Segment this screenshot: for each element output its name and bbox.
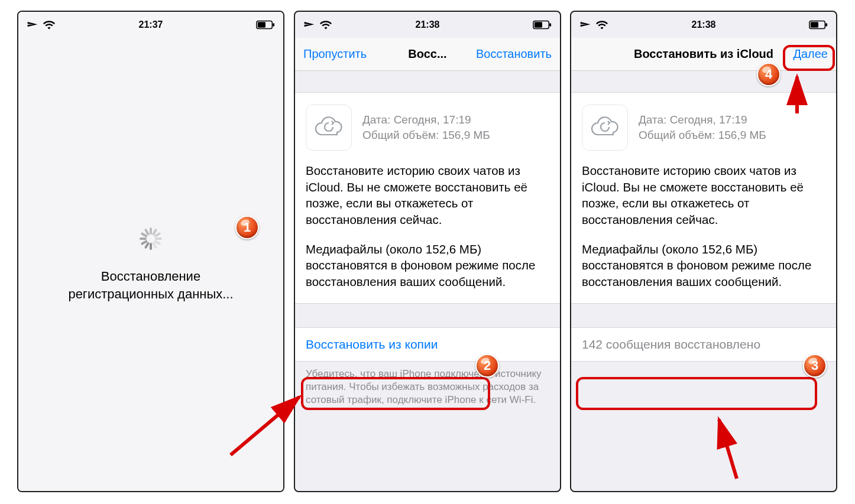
- backup-date: Дата: Сегодня, 17:19: [639, 112, 766, 128]
- screen-loading: 21:37 Восстановление регистрационных дан…: [17, 11, 284, 492]
- backup-info-card: Дата: Сегодня, 17:19 Общий объём: 156,9 …: [295, 92, 560, 304]
- restore-status-text: 142 сообщения восстановлено: [582, 337, 760, 351]
- restore-description-2: Медиафайлы (около 152,6 МБ) восстановятс…: [582, 241, 825, 290]
- status-bar: 21:37: [18, 12, 283, 38]
- restore-description-1: Восстановите историю своих чатов из iClo…: [306, 162, 549, 228]
- skip-button[interactable]: Пропустить: [303, 38, 367, 70]
- callout-badge-2: 2: [475, 354, 499, 378]
- status-time: 21:37: [18, 19, 283, 30]
- restore-description-1: Восстановите историю своих чатов из iClo…: [582, 162, 825, 228]
- nav-bar: Восстановить из iCloud Далее: [571, 38, 836, 71]
- restore-status-row: 142 сообщения восстановлено: [571, 327, 836, 362]
- spinner-icon: [138, 226, 163, 251]
- nav-title: Восс...: [408, 47, 446, 61]
- status-time: 21:38: [571, 19, 836, 30]
- restore-from-backup-button[interactable]: Восстановить из копии: [295, 327, 560, 362]
- backup-info-card: Дата: Сегодня, 17:19 Общий объём: 156,9 …: [571, 92, 836, 304]
- icloud-backup-icon: [306, 105, 352, 151]
- icloud-backup-icon: [582, 105, 628, 151]
- status-bar: 21:38: [571, 12, 836, 38]
- next-button[interactable]: Далее: [793, 38, 828, 70]
- nav-title: Восстановить из iCloud: [634, 47, 773, 61]
- restore-from-backup-label: Восстановить из копии: [306, 337, 438, 351]
- screen-restore-prompt: 21:38 Пропустить Восс... Восстановить Да…: [294, 11, 561, 492]
- status-time: 21:38: [295, 19, 560, 30]
- wifi-power-note: Убедитесь, что ваш iPhone подключен к ис…: [295, 362, 560, 407]
- restore-description-2: Медиафайлы (около 152,6 МБ) восстановятс…: [306, 241, 549, 290]
- screen-restore-done: 21:38 Восстановить из iCloud Далее Дата:…: [570, 11, 837, 492]
- restore-nav-button[interactable]: Восстановить: [476, 38, 552, 70]
- backup-date: Дата: Сегодня, 17:19: [362, 112, 490, 128]
- backup-size: Общий объём: 156,9 МБ: [639, 128, 766, 143]
- loading-text: Восстановление регистрационных данных...: [68, 268, 233, 303]
- loading-panel: Восстановление регистрационных данных...: [18, 38, 283, 491]
- callout-badge-1: 1: [235, 216, 259, 239]
- nav-bar: Пропустить Восс... Восстановить: [295, 38, 560, 71]
- status-bar: 21:38: [295, 12, 560, 38]
- callout-badge-4: 4: [757, 63, 780, 86]
- backup-size: Общий объём: 156,9 МБ: [362, 128, 490, 143]
- callout-badge-3: 3: [803, 354, 827, 378]
